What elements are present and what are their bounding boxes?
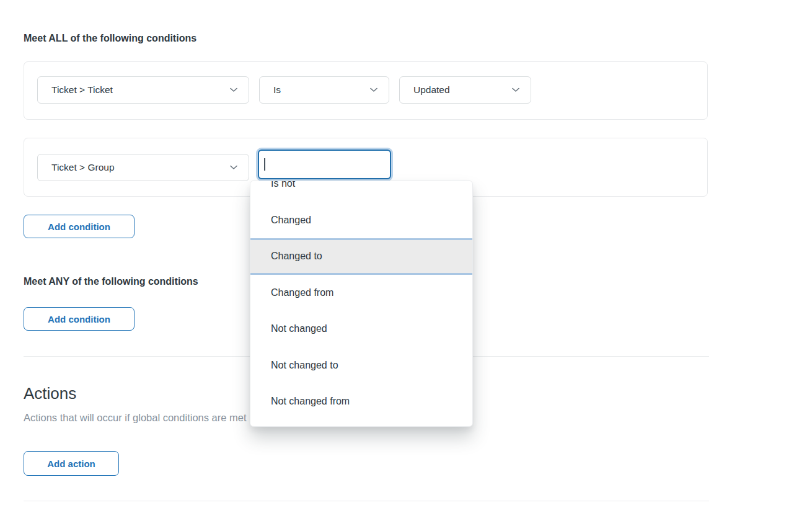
actions-subtitle: Actions that will occur if global condit… bbox=[24, 411, 247, 424]
text-caret bbox=[264, 158, 265, 171]
condition-operator-value: Is bbox=[273, 84, 281, 96]
add-condition-button-all[interactable]: Add condition bbox=[24, 215, 135, 238]
menu-item-changed-to[interactable]: Changed to bbox=[250, 238, 472, 275]
chevron-down-icon bbox=[230, 87, 237, 92]
condition-operator-select[interactable]: Is bbox=[259, 76, 389, 104]
condition-field-select[interactable]: Ticket > Ticket bbox=[37, 76, 249, 104]
menu-item-not-changed-from[interactable]: Not changed from bbox=[250, 383, 472, 420]
chevron-down-icon bbox=[370, 87, 377, 92]
menu-item-not-changed-to[interactable]: Not changed to bbox=[250, 347, 472, 384]
chevron-down-icon bbox=[230, 165, 237, 170]
add-condition-button-any[interactable]: Add condition bbox=[24, 307, 135, 331]
condition-field-select[interactable]: Ticket > Group bbox=[37, 154, 249, 181]
chevron-down-icon bbox=[512, 87, 519, 92]
menu-item-is-not[interactable]: Is not bbox=[250, 181, 472, 202]
condition-value-select[interactable]: Updated bbox=[399, 76, 531, 104]
add-action-button[interactable]: Add action bbox=[24, 451, 119, 476]
condition-row-1: Ticket > Ticket Is Updated bbox=[24, 61, 708, 120]
actions-title: Actions bbox=[24, 384, 76, 403]
operator-dropdown-list: Is not Changed Changed to Changed from N… bbox=[250, 181, 472, 420]
operator-combobox-input[interactable] bbox=[258, 150, 391, 179]
meet-all-heading: Meet ALL of the following conditions bbox=[24, 32, 196, 44]
menu-item-not-changed[interactable]: Not changed bbox=[250, 311, 472, 347]
meet-any-heading: Meet ANY of the following conditions bbox=[24, 275, 198, 287]
menu-item-changed[interactable]: Changed bbox=[250, 202, 472, 239]
operator-dropdown-menu: Is not Changed Changed to Changed from N… bbox=[250, 181, 473, 427]
condition-field-value: Ticket > Group bbox=[51, 162, 115, 173]
menu-item-changed-from[interactable]: Changed from bbox=[250, 275, 472, 311]
condition-field-value: Ticket > Ticket bbox=[51, 84, 113, 96]
condition-value-value: Updated bbox=[413, 84, 450, 96]
bottom-divider bbox=[24, 501, 709, 501]
